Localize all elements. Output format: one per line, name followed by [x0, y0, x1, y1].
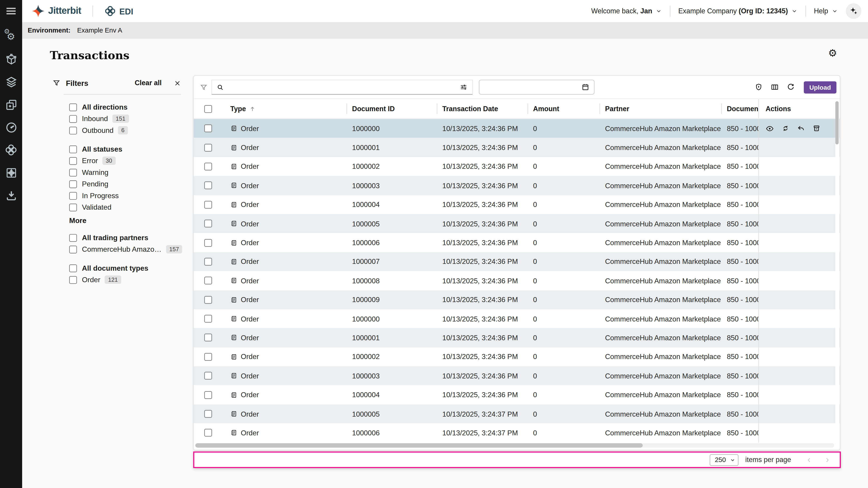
table-row[interactable]: Order 1000008 10/13/2025, 3:24:36 PM 0 C…	[194, 271, 840, 290]
refresh-button[interactable]	[786, 83, 795, 91]
row-checkbox[interactable]	[204, 372, 212, 380]
refresh-icon	[786, 83, 795, 91]
filter-checkbox[interactable]	[69, 168, 77, 176]
table-row[interactable]: Order 1000002 10/13/2025, 3:24:36 PM 0 C…	[194, 157, 840, 176]
row-checkbox[interactable]	[204, 353, 212, 361]
row-checkbox[interactable]	[204, 391, 212, 399]
column-header-document-id[interactable]: Document ID	[346, 99, 437, 119]
document-cell: 850 - 1000	[721, 214, 758, 233]
row-checkbox[interactable]	[204, 144, 212, 151]
document-cell: 850 - 1000	[721, 347, 758, 366]
row-checkbox[interactable]	[204, 125, 212, 132]
sidebar-nav-gauge[interactable]	[0, 121, 22, 134]
filter-checkbox[interactable]	[69, 145, 77, 153]
row-checkbox[interactable]	[204, 315, 212, 323]
table-row[interactable]: Order 1000009 10/13/2025, 3:24:36 PM 0 C…	[194, 290, 840, 309]
upload-button[interactable]: Upload	[804, 81, 836, 93]
columns-button[interactable]	[771, 83, 779, 91]
hamburger-menu-button[interactable]	[0, 0, 22, 22]
sidebar-nav-downloads[interactable]	[0, 189, 22, 202]
partner-cell: CommerceHub Amazon Marketplace	[599, 309, 721, 328]
sidebar-nav-layers[interactable]	[0, 75, 22, 89]
table-row[interactable]: Order 1000005 10/13/2025, 3:24:37 PM 0 C…	[194, 404, 840, 423]
filter-checkbox[interactable]	[69, 264, 77, 272]
calendar-button[interactable]	[581, 83, 590, 91]
help-menu[interactable]: Help	[814, 7, 838, 15]
transaction-date-cell: 10/13/2025, 3:24:36 PM	[437, 271, 528, 290]
previous-page-button[interactable]	[805, 456, 813, 463]
row-checkbox[interactable]	[204, 429, 212, 437]
table-row[interactable]: Order 1000003 10/13/2025, 3:24:36 PM 0 C…	[194, 366, 840, 385]
column-header-partner[interactable]: Partner	[599, 99, 721, 119]
view-action-button[interactable]	[766, 124, 774, 133]
table-row[interactable]: Order 1000005 10/13/2025, 3:24:36 PM 0 C…	[194, 214, 840, 233]
row-checkbox[interactable]	[204, 296, 212, 303]
undo-action-button[interactable]	[797, 125, 805, 132]
more-filters-link[interactable]: More	[69, 217, 86, 225]
filter-checkbox[interactable]	[69, 234, 77, 241]
filter-checkbox[interactable]	[69, 192, 77, 199]
close-filters-button[interactable]	[174, 79, 181, 87]
table-row[interactable]: Order 1000002 10/13/2025, 3:24:36 PM 0 C…	[194, 347, 840, 366]
row-checkbox[interactable]	[204, 182, 212, 189]
table-row[interactable]: Order 1000001 10/13/2025, 3:24:36 PM 0 C…	[194, 138, 840, 157]
select-all-checkbox[interactable]	[204, 105, 212, 112]
count-badge: 6	[118, 126, 128, 135]
table-row[interactable]: Order 1000001 10/13/2025, 3:24:36 PM 0 C…	[194, 328, 840, 347]
sidebar-nav-cube[interactable]	[0, 53, 22, 66]
user-menu[interactable]: Welcome back, Jan	[591, 7, 662, 15]
filter-checkbox[interactable]	[69, 115, 77, 123]
column-header-transaction-date[interactable]: Transaction Date	[437, 99, 528, 119]
sidebar-nav-marketplace[interactable]	[0, 166, 22, 180]
filter-checkbox[interactable]	[69, 246, 77, 253]
next-page-button[interactable]	[824, 456, 831, 463]
table-row[interactable]: Order 1000006 10/13/2025, 3:24:37 PM 0 C…	[194, 423, 840, 442]
row-checkbox[interactable]	[204, 277, 212, 285]
archive-action-button[interactable]	[813, 125, 820, 132]
table-row[interactable]: Order 1000007 10/13/2025, 3:24:36 PM 0 C…	[194, 252, 840, 271]
reprocess-action-button[interactable]	[782, 125, 789, 132]
product-logo[interactable]: EDI	[104, 5, 133, 17]
items-per-page-select[interactable]: 250	[710, 454, 739, 465]
chevron-down-icon	[791, 8, 798, 14]
table-row[interactable]: Order 1000004 10/13/2025, 3:24:36 PM 0 C…	[194, 195, 840, 214]
table-row[interactable]: Order 1000003 10/13/2025, 3:24:36 PM 0 C…	[194, 176, 840, 195]
row-checkbox[interactable]	[204, 410, 212, 418]
column-header-type[interactable]: Type	[222, 99, 346, 119]
search-input[interactable]	[224, 84, 460, 91]
column-header-document[interactable]: Document	[721, 99, 758, 119]
filter-checkbox[interactable]	[69, 203, 77, 211]
row-checkbox[interactable]	[204, 201, 212, 208]
table-row[interactable]: Order 1000006 10/13/2025, 3:24:36 PM 0 C…	[194, 233, 840, 252]
filter-checkbox[interactable]	[69, 127, 77, 134]
brand-logo[interactable]: Jitterbit	[32, 4, 81, 18]
page-settings-button[interactable]: ⚙	[828, 48, 837, 59]
filter-checkbox[interactable]	[69, 276, 77, 284]
ai-assistant-button[interactable]	[846, 3, 862, 19]
security-button[interactable]	[754, 83, 763, 91]
table-row[interactable]: Order 1000004 10/13/2025, 3:24:36 PM 0 C…	[194, 385, 840, 404]
column-header-amount[interactable]: Amount	[528, 99, 599, 119]
org-menu[interactable]: Example Company (Org ID: 12345)	[678, 7, 798, 15]
toolbar-funnel-button[interactable]	[200, 84, 208, 91]
table-row[interactable]: Order 1000000 10/13/2025, 3:24:36 PM 0 C…	[194, 119, 840, 138]
horizontal-scrollbar[interactable]	[195, 443, 834, 448]
row-checkbox[interactable]	[204, 334, 212, 341]
search-options-button[interactable]	[460, 83, 468, 91]
date-range-input[interactable]	[484, 84, 581, 91]
row-checkbox[interactable]	[204, 163, 212, 170]
row-checkbox[interactable]	[204, 220, 212, 228]
table-row[interactable]: Order 1000000 10/13/2025, 3:24:36 PM 0 C…	[194, 309, 840, 328]
clear-all-button[interactable]: Clear all	[135, 79, 162, 87]
vertical-scrollbar-thumb[interactable]	[835, 101, 839, 144]
filter-checkbox[interactable]	[69, 157, 77, 164]
filter-checkbox[interactable]	[69, 180, 77, 188]
sidebar-nav-duplicate[interactable]	[0, 98, 22, 111]
row-checkbox[interactable]	[204, 258, 212, 265]
row-checkbox[interactable]	[204, 239, 212, 247]
filter-checkbox[interactable]	[69, 103, 77, 111]
sidebar-nav-edi[interactable]	[0, 143, 22, 157]
sidebar-nav-gears[interactable]: ⚙⚙	[0, 30, 22, 43]
horizontal-scrollbar-thumb[interactable]	[195, 443, 643, 448]
vertical-scrollbar[interactable]	[835, 100, 839, 424]
